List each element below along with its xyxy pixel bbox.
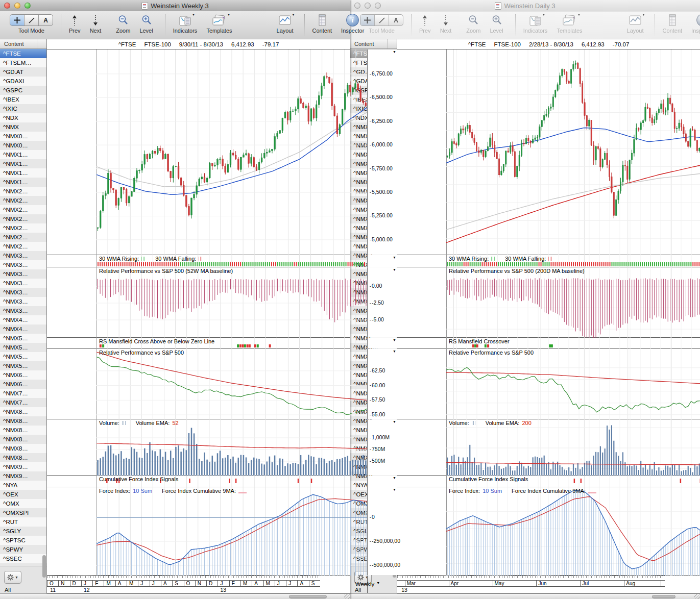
symbol-list-item[interactable]: ^NMX2…: [0, 223, 46, 233]
window-titlebar[interactable]: Weinstein Weekly 3: [0, 0, 350, 12]
symbol-list-item[interactable]: ^NMX5…: [0, 361, 46, 370]
relative-performance-line-panel[interactable]: Relative Performance vs S&P 500 ▼62.5060…: [47, 349, 350, 419]
symbol-list-item[interactable]: ^NMX3…: [0, 288, 46, 297]
close-button[interactable]: [354, 3, 360, 9]
relative-performance-histogram-panel[interactable]: Relative Performance vs S&P 500 (52W MA …: [47, 267, 350, 338]
panel-menu-caret-icon[interactable]: ▼: [393, 256, 396, 259]
zoom-in-button[interactable]: Level: [139, 14, 153, 34]
symbol-list-item[interactable]: ^FTSEM…: [0, 58, 46, 67]
panel-menu-caret-icon[interactable]: ▼: [393, 420, 396, 423]
symbol-list-item[interactable]: ^NMX9…: [0, 462, 46, 471]
zoom-button[interactable]: [25, 3, 31, 9]
symbol-list-item[interactable]: ^NMX3…: [0, 260, 46, 269]
minimize-button[interactable]: [365, 3, 371, 9]
symbol-list-item[interactable]: ^NMX8…: [0, 407, 46, 416]
wma-signal-strip-panel[interactable]: 30 WMA Rising: 30 WMA Falling: ▼: [47, 255, 350, 267]
panel-menu-caret-icon[interactable]: ▼: [393, 50, 396, 54]
resize-grip[interactable]: [694, 594, 700, 599]
symbol-list-item[interactable]: ^NMX1…: [0, 150, 46, 159]
panel-menu-caret-icon[interactable]: ▼: [393, 476, 396, 480]
horizontal-scrollbar[interactable]: [350, 593, 700, 599]
panel-menu-caret-icon[interactable]: ▼: [393, 268, 396, 271]
symbol-list-item[interactable]: ^NMX0…: [0, 141, 46, 150]
symbol-list-item[interactable]: ^NMX1…: [0, 168, 46, 178]
zoom-out-button[interactable]: Zoom: [466, 14, 480, 34]
zoom-in-button[interactable]: Level: [490, 14, 503, 34]
horizontal-scrollbar-thumb[interactable]: [289, 595, 327, 598]
volume-panel[interactable]: Volume: Volume EMA:52 ▼1,000M750M500M: [47, 419, 350, 476]
zoom-out-button[interactable]: Zoom: [116, 14, 130, 34]
symbol-list-item[interactable]: ^NMX8…: [0, 435, 46, 444]
horizontal-scrollbar-thumb[interactable]: [652, 595, 675, 598]
symbol-list-item[interactable]: ^NMX: [0, 122, 46, 132]
horizontal-scrollbar[interactable]: [0, 593, 350, 599]
close-button[interactable]: [4, 3, 10, 9]
line-tool-button[interactable]: [25, 15, 39, 26]
panel-menu-caret-icon[interactable]: ▼: [393, 488, 396, 491]
panel-menu-caret-icon[interactable]: ▼: [393, 338, 396, 342]
symbol-list-item[interactable]: ^NMX3…: [0, 251, 46, 260]
symbol-list-item[interactable]: ^NMX5…: [0, 352, 46, 361]
inspector-button[interactable]: i Inspector: [691, 14, 700, 34]
inspector-button[interactable]: i Inspector: [341, 14, 364, 34]
symbol-list-item[interactable]: ^NMX2…: [0, 242, 46, 251]
price-chart-panel[interactable]: ▼6,800.006,700.006,600.006,500.006,400.0…: [397, 49, 700, 255]
sidebar-header[interactable]: Content: [350, 39, 397, 49]
symbol-list-item[interactable]: ^NMX1…: [0, 178, 46, 187]
symbol-list-item[interactable]: ^NMX3…: [0, 269, 46, 279]
symbol-list-item[interactable]: ^OMX: [0, 499, 46, 508]
volume-panel[interactable]: Volume: Volume EMA:200 ▼1,500M1,000M500M: [397, 419, 700, 476]
text-tool-button[interactable]: A: [389, 15, 403, 26]
content-button[interactable]: Content: [312, 14, 332, 34]
symbol-list-item[interactable]: ^SPTSC: [0, 536, 46, 545]
zoom-button[interactable]: [375, 3, 381, 9]
symbol-list-item[interactable]: ^NMX4…: [0, 325, 46, 334]
mansfield-signal-panel[interactable]: RS Mansfield Cross Above or Below Zero L…: [47, 338, 350, 349]
symbol-list-item[interactable]: ^NMX4…: [0, 315, 46, 325]
line-tool-button[interactable]: [375, 15, 389, 26]
relative-performance-line-panel[interactable]: Relative Performance vs S&P 500 ▼59.0058…: [397, 349, 700, 419]
symbol-list-item[interactable]: ^NMX2…: [0, 205, 46, 214]
price-chart-panel[interactable]: ▼6,750.006,500.006,250.006,000.005,750.0…: [47, 49, 350, 255]
symbol-list-item[interactable]: ^SSEC: [0, 554, 46, 563]
symbol-list-item[interactable]: ^NMX5…: [0, 334, 46, 343]
indicators-button[interactable]: ▼ Indicators: [523, 14, 548, 34]
layout-button[interactable]: ▼ Layout: [627, 14, 644, 34]
symbol-list-item[interactable]: ^GSPC: [0, 86, 46, 95]
next-button[interactable]: Next: [90, 14, 102, 34]
symbol-list-item[interactable]: ^NMX8…: [0, 444, 46, 453]
indicators-button[interactable]: ▼ Indicators: [173, 14, 198, 34]
filter-all-label[interactable]: All: [5, 587, 11, 593]
force-index-panel[interactable]: Force Index:10 Sum Force Index Cumulativ…: [47, 487, 350, 576]
symbol-list-item[interactable]: ^GDAXI: [0, 77, 46, 86]
symbol-list-item[interactable]: ^NMX6…: [0, 380, 46, 389]
window-titlebar[interactable]: Weinstein Daily 3: [350, 0, 700, 12]
symbol-list-item[interactable]: ^NMX5…: [0, 343, 46, 352]
symbol-list-item[interactable]: ^NMX3…: [0, 306, 46, 315]
content-button[interactable]: Content: [663, 14, 683, 34]
symbol-list-item[interactable]: ^NMX9…: [0, 471, 46, 481]
symbol-list-item[interactable]: ^NMX8…: [0, 416, 46, 426]
prev-button[interactable]: Prev: [69, 14, 81, 34]
symbol-list-item[interactable]: ^NYA: [0, 481, 46, 490]
symbol-list-item[interactable]: ^NMX7…: [0, 398, 46, 407]
periodicity-selector[interactable]: Weekly▼: [367, 576, 368, 593]
cumulative-force-index-signals-panel[interactable]: Cumulative Force Index Signals ▼: [397, 476, 700, 487]
minimize-button[interactable]: [14, 3, 20, 9]
move-tool-button[interactable]: [10, 15, 25, 26]
symbol-list-item[interactable]: ^NMX2…: [0, 196, 46, 205]
symbol-list-item[interactable]: ^NMX8…: [0, 453, 46, 462]
symbol-list-item[interactable]: ^NDX: [0, 113, 46, 122]
panel-menu-caret-icon[interactable]: ▼: [393, 350, 396, 353]
mansfield-signal-panel[interactable]: RS Mansfield Crossover ▼: [397, 338, 700, 349]
symbol-list-item[interactable]: ^NMX8…: [0, 426, 46, 435]
sidebar-header[interactable]: Content: [0, 39, 46, 49]
symbol-list-item[interactable]: ^NMX3…: [0, 297, 46, 306]
symbol-list-item[interactable]: ^SGLY: [0, 527, 46, 536]
text-tool-button[interactable]: A: [39, 15, 53, 26]
symbol-list-item[interactable]: ^NMX1…: [0, 159, 46, 168]
symbol-list-item[interactable]: ^NMX7…: [0, 389, 46, 398]
wma-signal-strip-panel[interactable]: 30 WMA Rising: 30 WMA Falling: ▼: [397, 255, 700, 267]
sidebar-scrollbar-thumb[interactable]: [42, 555, 46, 578]
templates-button[interactable]: ▼ Templates: [206, 14, 232, 34]
